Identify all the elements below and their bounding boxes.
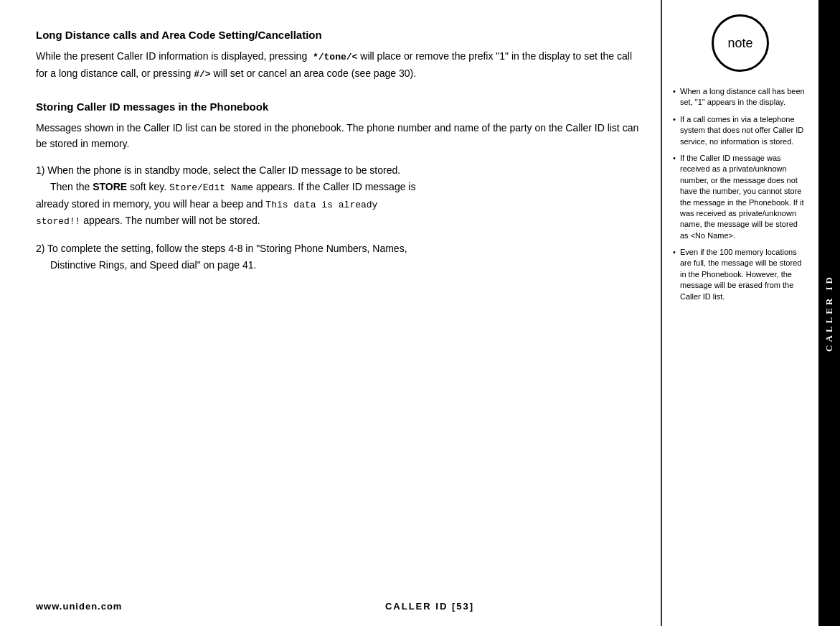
section2-step1: 1) When the phone is in standby mode, se… xyxy=(36,162,639,230)
sidebar-note-3: If the Caller ID message was received as… xyxy=(673,153,808,241)
sidebar-notes: When a long distance call has been set, … xyxy=(673,86,808,308)
already-stored-msg2: stored!! xyxy=(36,216,80,227)
footer: www.uniden.com CALLER ID [53] xyxy=(36,601,661,612)
footer-page-ref: CALLER ID [53] xyxy=(385,601,474,612)
page-container: Long Distance calls and Area Code Settin… xyxy=(0,0,840,626)
section1-code2: #/> xyxy=(194,69,210,80)
store-label: STORE xyxy=(93,181,127,192)
section2-step2-indent: Distinctive Rings, and Speed dial" on pa… xyxy=(36,259,257,271)
vertical-tab-text: CALLER ID xyxy=(824,274,835,352)
section2-title: Storing Caller ID messages in the Phoneb… xyxy=(36,101,639,113)
note-label: note xyxy=(727,36,752,51)
section1-title: Long Distance calls and Area Code Settin… xyxy=(36,29,639,41)
sidebar-note-1: When a long distance call has been set, … xyxy=(673,86,808,108)
section1-body: While the present Caller ID information … xyxy=(36,48,639,83)
section2-step1-detail: Then the STORE soft key. Store/Edit Name… xyxy=(36,181,415,227)
section2-step2: 2) To complete the setting, follow the s… xyxy=(36,240,639,273)
sidebar-note-4: Even if the 100 memory locations are ful… xyxy=(673,247,808,302)
right-sidebar: note When a long distance call has been … xyxy=(661,0,818,626)
sidebar-note-2: If a call comes in via a telephone syste… xyxy=(673,114,808,147)
main-content: Long Distance calls and Area Code Settin… xyxy=(0,0,661,626)
already-stored-msg: This data is already xyxy=(265,200,377,210)
section2-intro: Messages shown in the Caller ID list can… xyxy=(36,120,639,152)
section2: Storing Caller ID messages in the Phoneb… xyxy=(36,101,639,273)
section1: Long Distance calls and Area Code Settin… xyxy=(36,29,639,83)
section1-code1: */tone/< xyxy=(313,52,357,62)
footer-website: www.uniden.com xyxy=(36,601,122,612)
vertical-tab: CALLER ID xyxy=(818,0,840,626)
note-circle: note xyxy=(712,14,769,72)
store-edit-name: Store/Edit Name xyxy=(169,182,253,193)
